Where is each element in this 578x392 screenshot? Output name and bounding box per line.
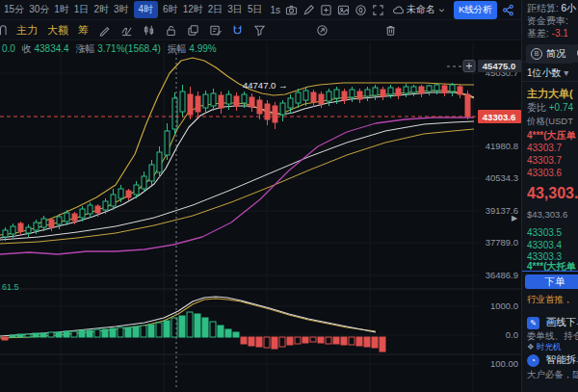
legend-close-label: 收 (22, 43, 32, 54)
price-column-header: 价格(USDT (527, 116, 573, 128)
price-marker-label: 44747.0 → (243, 80, 287, 91)
tool-large-orders[interactable]: 大额 (47, 23, 68, 38)
filter-icon[interactable] (253, 24, 266, 37)
lock-icon[interactable] (165, 24, 177, 37)
divider (522, 62, 578, 63)
b-circle-icon: B (531, 48, 542, 60)
feature-smart-split-title: 智能拆单 (546, 353, 578, 365)
pencil-icon[interactable] (98, 24, 111, 37)
timeframe-1d[interactable]: 1日 (74, 3, 90, 16)
feature-smart-split[interactable]: ◔ 智能拆单 (527, 353, 578, 367)
timeframe-12h[interactable]: 12时 (183, 3, 203, 16)
workspace-selector[interactable]: 未命名 (392, 3, 446, 16)
tab-next-clipped[interactable] (572, 44, 578, 62)
kline-analysis-button[interactable]: K线分析 (454, 1, 497, 19)
feature-link: 时光机 (537, 342, 562, 352)
clipped-icon[interactable] (0, 24, 7, 37)
ask-price-row[interactable]: 43303.7 (527, 143, 562, 153)
bid-price-row[interactable]: 43303.4 (527, 240, 562, 250)
legend-low-value: 0.0 (2, 43, 15, 54)
legend-change-label: 涨幅 (75, 43, 94, 54)
ask-whale-alert: 4***(大压单 (527, 129, 576, 143)
panel-collapse-handle[interactable]: ▶ (512, 214, 517, 222)
svg-text:36486.9: 36486.9 (486, 270, 518, 280)
diamond-icon: ❖ (527, 342, 535, 352)
divider (522, 81, 578, 82)
main-chart[interactable]: 44747.0 →61.545030.741980.840534.339137.… (0, 40, 521, 392)
feature-draw-order[interactable]: ✎ 画线下单 (527, 316, 578, 329)
settlement-label: 距结算: (527, 3, 559, 13)
toolbar-timeframes: 15分 30分 1时 1日 2时 3时 4时 6时 12时 2日 3日 5日 1… (0, 0, 521, 20)
ask-price-row[interactable]: 43303.7 (527, 155, 562, 166)
candlestick-series (3, 83, 470, 241)
svg-text:1000.0: 1000.0 (490, 301, 518, 311)
place-order-button[interactable]: 下单 (525, 274, 578, 289)
chevron-down-icon: ▾ (564, 67, 568, 78)
feature-smart-split-desc: 大户必备，隐 (527, 369, 578, 381)
market-sidebar: 距结算: 6小 资金费率: 基差: -3.1 B 简况 1位小数 ▾ 主力大单(… (521, 0, 578, 392)
share-icon[interactable] (502, 4, 514, 16)
copy-icon[interactable] (187, 24, 199, 37)
settlement-value: 6小 (562, 3, 577, 13)
ma-overlays (0, 58, 474, 254)
timeframe-3d[interactable]: 3日 (227, 3, 243, 16)
timeframe-30m[interactable]: 30分 (29, 3, 49, 16)
legend-change-value: 3.71%(1568.4) (97, 43, 161, 54)
volume-histogram (2, 312, 385, 352)
ratio-value: +0.74 (549, 102, 573, 113)
add-pane-icon[interactable] (320, 4, 332, 16)
orderbook-title: 主力大单( (527, 87, 573, 101)
magnet-icon[interactable] (231, 24, 244, 37)
signature-pen-icon[interactable] (120, 24, 133, 37)
draw-icon[interactable] (302, 4, 315, 16)
toolbar-drawing: 主力 大额 筹 (0, 20, 521, 40)
last-price[interactable]: 43,303.6 (527, 185, 578, 202)
promo-text: 行业首推， (527, 294, 573, 306)
decimal-selector-label: 1位小数 (527, 67, 562, 78)
chevron-down-icon (437, 6, 446, 14)
candle-compare-icon[interactable] (143, 24, 155, 37)
image-icon[interactable] (337, 4, 350, 16)
funding-label: 资金费率: (527, 15, 568, 26)
tool-main-force[interactable]: 主力 (16, 23, 38, 38)
basis-value: -3.1 (552, 28, 568, 39)
timeframe-4h-active[interactable]: 4时 (134, 1, 159, 18)
timeframe-1h[interactable]: 1时 (54, 3, 69, 16)
svg-text:100.00: 100.00 (490, 358, 518, 369)
svg-text:43303.6: 43303.6 (483, 112, 515, 122)
timeframe-3h[interactable]: 3时 (114, 3, 129, 16)
camera-icon[interactable] (285, 4, 298, 16)
subpanel-value-label: 61.5 (2, 282, 19, 292)
funding-row: 资金费率: (527, 14, 568, 28)
ratio-label: 委比 (527, 102, 546, 113)
timeframe-2h[interactable]: 2时 (93, 3, 109, 16)
svg-text:41980.8: 41980.8 (486, 141, 518, 151)
cloud-icon (392, 4, 405, 16)
tab-overview[interactable]: B 简况 (526, 44, 573, 64)
timeframe-5d[interactable]: 5日 (248, 3, 263, 16)
tab-overview-label: 简况 (546, 47, 565, 61)
ohlc-legend: 0.0 收 43834.4 涨幅 3.71%(1568.4) 振幅 4.99% (2, 42, 217, 56)
settlement-row: 距结算: 6小 (527, 2, 576, 15)
svg-text:45475.0: 45475.0 (483, 61, 515, 71)
timeframe-15m[interactable]: 15分 (4, 3, 24, 16)
legend-close-value: 43834.4 (34, 43, 68, 54)
note-edit-icon[interactable] (209, 24, 222, 37)
decimal-selector[interactable]: 1位小数 ▾ (527, 66, 568, 80)
feature-link-row[interactable]: ❖ 时光机 (527, 342, 562, 353)
trash-icon[interactable] (384, 24, 397, 37)
zero-badge-icon[interactable] (355, 4, 367, 16)
timeframe-6h[interactable]: 6时 (163, 3, 178, 16)
timeframe-2d[interactable]: 2日 (208, 3, 223, 16)
bid-price-row[interactable]: 43303.5 (527, 227, 562, 238)
fullscreen-icon[interactable] (372, 4, 384, 16)
ask-price-row[interactable]: 43303.6 (527, 168, 562, 178)
export-icon[interactable] (316, 24, 328, 37)
basis-row: 基差: -3.1 (527, 27, 568, 40)
tool-chips[interactable]: 筹 (78, 23, 89, 38)
ratio-row: 委比 +0.74 (527, 101, 573, 115)
workspace-name: 未命名 (407, 3, 435, 16)
timeframe-1s[interactable]: 1s (270, 5, 280, 15)
svg-text:40534.3: 40534.3 (486, 172, 518, 183)
draw-order-icon: ✎ (527, 317, 539, 329)
